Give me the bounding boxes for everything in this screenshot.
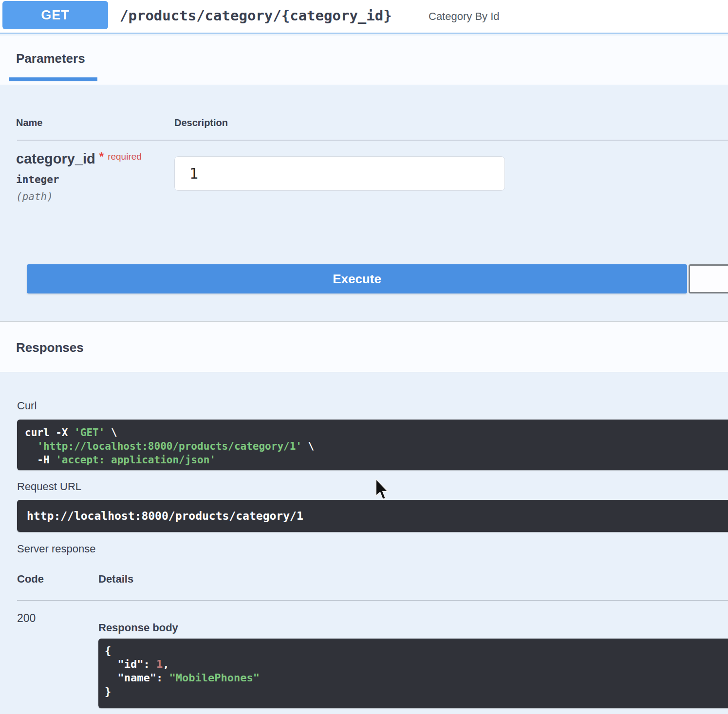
curl-command-block[interactable]: curl -X 'GET' \ 'http://localhost:8000/p…	[17, 420, 728, 470]
clear-button[interactable]	[689, 264, 728, 293]
responses-header-band: Responses	[0, 321, 728, 372]
response-body-label: Response body	[98, 622, 178, 634]
parameter-name-row: category_id*required	[16, 150, 142, 167]
required-label: required	[108, 151, 142, 162]
parameter-name: category_id	[16, 151, 95, 166]
server-response-divider	[17, 600, 728, 601]
tab-parameters[interactable]: Parameters	[16, 51, 85, 66]
endpoint-path: /products/category/{category_id}	[120, 7, 392, 24]
parameters-header-divider	[17, 140, 728, 141]
responses-title: Responses	[16, 340, 84, 355]
responses-body: Curl curl -X 'GET' \ 'http://localhost:8…	[0, 373, 728, 714]
parameter-location: (path)	[16, 191, 53, 202]
parameters-name-header: Name	[16, 117, 42, 128]
execute-button[interactable]: Execute	[27, 264, 687, 293]
details-column-header: Details	[98, 573, 133, 586]
active-tab-underline	[9, 77, 97, 81]
parameter-type: integer	[16, 174, 59, 185]
endpoint-summary-header[interactable]: GET /products/category/{category_id} Cat…	[0, 0, 728, 34]
endpoint-summary-text: Category By Id	[429, 10, 500, 23]
code-column-header: Code	[17, 573, 44, 586]
required-asterisk: *	[99, 150, 104, 163]
tab-bar: Parameters	[0, 36, 728, 85]
swagger-operation-panel: GET /products/category/{category_id} Cat…	[0, 0, 728, 714]
category-id-input[interactable]	[174, 156, 505, 191]
parameters-description-header: Description	[174, 117, 228, 128]
http-method-badge[interactable]: GET	[2, 1, 108, 29]
curl-label: Curl	[17, 400, 37, 412]
parameters-section: Name Description category_id*required in…	[0, 85, 728, 321]
status-code: 200	[17, 612, 36, 625]
response-body-block: { "id": 1, "name": "MobilePhones"}	[98, 639, 728, 708]
request-url-block: http://localhost:8000/products/category/…	[17, 500, 728, 532]
request-url-label: Request URL	[17, 480, 81, 493]
server-response-label: Server response	[17, 543, 95, 555]
